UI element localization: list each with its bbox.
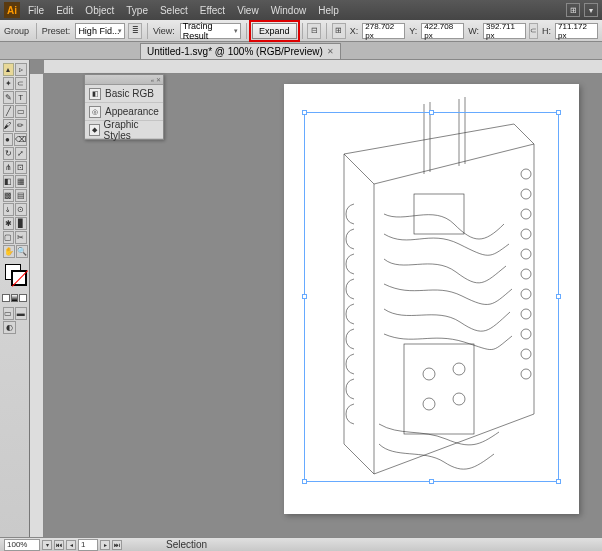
w-input[interactable]: 392.711 px	[483, 23, 526, 39]
control-bar: Group Preset: High Fid... ≣ View: Tracin…	[0, 20, 602, 42]
panel-close-icon[interactable]: ✕	[156, 76, 161, 83]
panel-row-doc-profile[interactable]: ◧Basic RGB	[85, 85, 163, 103]
rectangle-tool[interactable]: ▭	[15, 105, 27, 118]
panel-collapse-icon[interactable]: «	[151, 77, 154, 83]
expand-button[interactable]: Expand	[252, 23, 297, 39]
prev-artboard-icon[interactable]: ◂	[66, 540, 76, 550]
symbol-sprayer-tool[interactable]: ✱	[3, 217, 15, 230]
menu-edit[interactable]: Edit	[56, 5, 73, 16]
first-artboard-icon[interactable]: ⏮	[54, 540, 64, 550]
direct-selection-tool[interactable]: ▹	[15, 63, 27, 76]
fill-stroke-swatches[interactable]	[2, 264, 27, 292]
panel-header[interactable]: «✕	[85, 75, 163, 85]
zoom-tool[interactable]: 🔍	[16, 245, 28, 258]
menu-view[interactable]: View	[237, 5, 259, 16]
type-tool[interactable]: T	[15, 91, 27, 104]
lasso-tool[interactable]: ⊂	[15, 77, 27, 90]
gradient-tool[interactable]: ▤	[15, 189, 27, 202]
doc-profile-icon: ◧	[89, 88, 101, 100]
last-artboard-icon[interactable]: ⏭	[112, 540, 122, 550]
artboard-num[interactable]: 1	[78, 539, 98, 551]
line-tool[interactable]: ╱	[3, 105, 15, 118]
eraser-tool[interactable]: ⌫	[14, 133, 27, 146]
transform-icon[interactable]: ⊞	[332, 23, 346, 39]
arrange-docs-icon[interactable]: ▾	[584, 3, 598, 17]
workspace-switcher-icon[interactable]: ⊞	[566, 3, 580, 17]
shape-builder-tool[interactable]: ◧	[3, 175, 15, 188]
stroke-swatch[interactable]	[11, 270, 27, 286]
hand-tool[interactable]: ✋	[3, 245, 15, 258]
perspective-tool[interactable]: ▦	[15, 175, 27, 188]
canvas-area: «✕ ◧Basic RGB ◎Appearance ◆Graphic Style…	[30, 60, 602, 537]
panel-label: Graphic Styles	[104, 119, 159, 141]
handle-top-right[interactable]	[556, 110, 561, 115]
w-label: W:	[468, 26, 479, 36]
close-icon[interactable]: ✕	[327, 47, 334, 56]
handle-top-left[interactable]	[302, 110, 307, 115]
menu-window[interactable]: Window	[271, 5, 307, 16]
menu-effect[interactable]: Effect	[200, 5, 225, 16]
align-icon[interactable]: ⊟	[307, 23, 321, 39]
width-tool[interactable]: ⋔	[3, 161, 15, 174]
appearance-icon: ◎	[89, 106, 101, 118]
pen-tool[interactable]: ✎	[3, 91, 15, 104]
link-wh-icon[interactable]: ⊂	[529, 23, 538, 39]
group-label: Group	[4, 26, 29, 36]
none-mode-icon[interactable]	[19, 294, 27, 302]
gradient-mode-icon[interactable]	[11, 294, 19, 302]
workspace: ▴▹ ✦⊂ ✎T ╱▭ 🖌✏ ●⌫ ↻⤢ ⋔⊡ ◧▦ ▩▤ ⫰⊙ ✱▊ ▢✂ ✋…	[0, 60, 602, 537]
h-label: H:	[542, 26, 551, 36]
blob-brush-tool[interactable]: ●	[3, 133, 13, 146]
selection-tool[interactable]: ▴	[3, 63, 15, 76]
handle-bot-left[interactable]	[302, 479, 307, 484]
menu-help[interactable]: Help	[318, 5, 339, 16]
slice-tool[interactable]: ✂	[15, 231, 27, 244]
panel-row-graphic-styles[interactable]: ◆Graphic Styles	[85, 121, 163, 139]
floating-panel[interactable]: «✕ ◧Basic RGB ◎Appearance ◆Graphic Style…	[84, 74, 164, 140]
scale-tool[interactable]: ⤢	[15, 147, 27, 160]
screen-mode-normal[interactable]: ▭	[3, 307, 15, 320]
menu-file[interactable]: File	[28, 5, 44, 16]
panel-label: Appearance	[105, 106, 159, 117]
view-label: View:	[153, 26, 175, 36]
handle-bot-mid[interactable]	[429, 479, 434, 484]
status-mode: Selection	[166, 539, 207, 550]
blend-tool[interactable]: ⊙	[15, 203, 27, 216]
eyedropper-tool[interactable]: ⫰	[3, 203, 15, 216]
mesh-tool[interactable]: ▩	[3, 189, 15, 202]
tracing-options-icon[interactable]: ≣	[128, 23, 142, 39]
h-input[interactable]: 711.172 px	[555, 23, 598, 39]
ruler-vertical	[30, 74, 44, 537]
tools-panel: ▴▹ ✦⊂ ✎T ╱▭ 🖌✏ ●⌫ ↻⤢ ⋔⊡ ◧▦ ▩▤ ⫰⊙ ✱▊ ▢✂ ✋…	[0, 60, 30, 537]
y-input[interactable]: 422.708 px	[421, 23, 464, 39]
rotate-tool[interactable]: ↻	[3, 147, 15, 160]
zoom-dropdown-icon[interactable]: ▾	[42, 540, 52, 550]
paintbrush-tool[interactable]: 🖌	[3, 119, 15, 132]
preset-select[interactable]: High Fid...	[75, 23, 125, 39]
pencil-tool[interactable]: ✏	[15, 119, 27, 132]
document-tab-bar: Untitled-1.svg* @ 100% (RGB/Preview) ✕	[0, 42, 602, 60]
artboard-tool[interactable]: ▢	[3, 231, 15, 244]
color-mode-icon[interactable]	[2, 294, 10, 302]
view-select[interactable]: Tracing Result	[180, 23, 241, 39]
magic-wand-tool[interactable]: ✦	[3, 77, 15, 90]
x-input[interactable]: 278.702 px	[362, 23, 405, 39]
draw-mode-icon[interactable]: ◐	[3, 321, 16, 334]
menu-object[interactable]: Object	[85, 5, 114, 16]
handle-mid-left[interactable]	[302, 294, 307, 299]
zoom-input[interactable]: 100%	[4, 539, 40, 551]
handle-mid-right[interactable]	[556, 294, 561, 299]
screen-mode-full[interactable]: ▬	[15, 307, 27, 320]
graph-tool[interactable]: ▊	[15, 217, 27, 230]
x-label: X:	[350, 26, 359, 36]
menu-type[interactable]: Type	[126, 5, 148, 16]
canvas[interactable]: «✕ ◧Basic RGB ◎Appearance ◆Graphic Style…	[44, 74, 602, 537]
menu-select[interactable]: Select	[160, 5, 188, 16]
handle-top-mid[interactable]	[429, 110, 434, 115]
y-label: Y:	[409, 26, 417, 36]
app-logo: Ai	[4, 2, 20, 18]
document-tab[interactable]: Untitled-1.svg* @ 100% (RGB/Preview) ✕	[140, 43, 341, 59]
next-artboard-icon[interactable]: ▸	[100, 540, 110, 550]
handle-bot-right[interactable]	[556, 479, 561, 484]
free-transform-tool[interactable]: ⊡	[15, 161, 27, 174]
